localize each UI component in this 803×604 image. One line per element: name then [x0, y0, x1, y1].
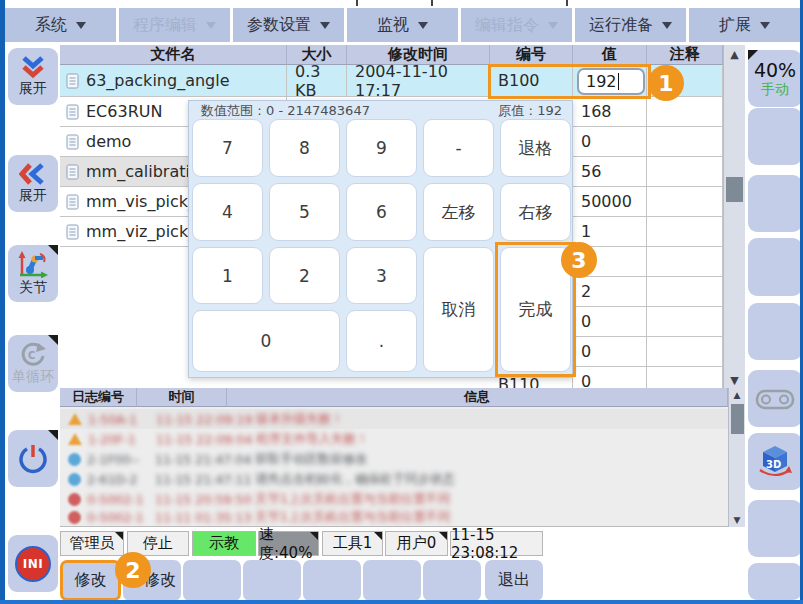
status-tool[interactable]: 工具1: [322, 531, 383, 556]
value-text: 0: [581, 312, 591, 331]
modify-button[interactable]: 修改: [60, 560, 121, 601]
blank-button[interactable]: [243, 560, 301, 601]
log-message: 请先点击初始化，确保处于同步状态: [255, 471, 455, 488]
exit-button[interactable]: 退出: [485, 560, 543, 601]
scrollbar-thumb[interactable]: [731, 404, 744, 434]
blank-button[interactable]: [748, 238, 802, 296]
status-role[interactable]: 管理员: [60, 531, 124, 556]
key-8[interactable]: 8: [269, 119, 340, 177]
menu-system[interactable]: 系统: [5, 8, 116, 42]
corner-mark: [115, 532, 123, 540]
blank-button[interactable]: [423, 560, 481, 601]
cube-3d-icon: 3D: [755, 443, 795, 481]
menu-extend[interactable]: 扩展: [689, 8, 800, 42]
done-button[interactable]: 完成: [500, 247, 571, 372]
scrollbar-thumb[interactable]: [726, 177, 743, 202]
power-button[interactable]: [8, 430, 58, 487]
blank-button[interactable]: [748, 500, 802, 557]
controller-button[interactable]: [748, 370, 802, 427]
step-badge-2: 2: [115, 552, 151, 588]
value-cell[interactable]: 168: [573, 97, 647, 127]
col-header-value-label: 值: [602, 45, 617, 64]
cancel-button[interactable]: 取消: [423, 247, 494, 372]
log-row[interactable]: 1-50A-1 11-15 22:09:19 版本升级失败！: [60, 409, 728, 429]
menubar: 系统 程序编辑 参数设置 监视 编辑指令 运行准备 扩展: [5, 0, 803, 44]
value-cell[interactable]: 0: [573, 307, 647, 337]
log-time: 11-15 22:09:19: [156, 412, 256, 427]
value-cell[interactable]: 2: [573, 277, 647, 307]
key-2[interactable]: 2: [269, 247, 340, 304]
col-header-number: 编号: [490, 45, 573, 65]
file-icon: [66, 134, 79, 150]
value-input[interactable]: 192: [577, 68, 645, 95]
badge-number: 2: [125, 558, 140, 583]
key-label: 0: [261, 331, 272, 351]
log-row[interactable]: 1-20F-1 11-15 22:09:04 程序文件导入失败！: [60, 429, 728, 449]
file-modified-value: 2004-11-10 17:17: [355, 62, 489, 100]
menu-monitor-label: 监视: [377, 15, 409, 36]
blank-button[interactable]: [183, 560, 241, 601]
speed-mode-button[interactable]: 40% 手动: [748, 50, 802, 107]
menu-system-label: 系统: [35, 15, 67, 36]
blank-button[interactable]: [363, 560, 421, 601]
badge-number: 3: [571, 248, 586, 273]
key-move-right[interactable]: 右移: [500, 183, 571, 241]
log-code: 0-5002-1: [87, 492, 155, 507]
blank-button[interactable]: [748, 108, 802, 165]
status-user[interactable]: 用户0: [385, 531, 448, 556]
value-cell[interactable]: 0: [573, 337, 647, 367]
key-0[interactable]: 0: [192, 310, 340, 372]
key-7[interactable]: 7: [192, 119, 263, 177]
value-cell[interactable]: 50000: [573, 187, 647, 217]
joint-mode-button[interactable]: 关节: [8, 245, 58, 302]
key-4[interactable]: 4: [192, 183, 263, 241]
view-3d-button[interactable]: 3D: [748, 433, 802, 490]
key-move-left[interactable]: 左移: [423, 183, 494, 241]
info-icon: [68, 473, 81, 486]
scroll-up-icon[interactable]: ▲: [724, 48, 745, 61]
key-6[interactable]: 6: [346, 183, 417, 241]
value-cell[interactable]: 0: [573, 367, 647, 390]
ini-button[interactable]: INI: [8, 535, 58, 592]
expand-left-button[interactable]: 展开: [8, 155, 58, 212]
table-scrollbar[interactable]: ▲ ▼: [723, 45, 745, 390]
value-cell[interactable]: 56: [573, 157, 647, 187]
log-row[interactable]: 2-1F00-- 11-15 21:47:04 获取手动区数据修改: [60, 449, 728, 469]
key-1[interactable]: 1: [192, 247, 263, 304]
col-header-comment-label: 注释: [670, 45, 700, 64]
log-row[interactable]: 0-5002-1 11-15 20:59:50 关节1上次关机位置与当前位置不同: [60, 489, 728, 509]
variable-number-cell[interactable]: B100: [490, 65, 573, 97]
scroll-down-icon[interactable]: ▼: [724, 374, 745, 387]
value-text: 56: [581, 162, 601, 181]
double-chevron-down-icon: [18, 55, 48, 79]
key-5[interactable]: 5: [269, 183, 340, 241]
blank-button[interactable]: [748, 175, 802, 232]
blank-button[interactable]: [303, 560, 361, 601]
value-cell[interactable]: 0: [573, 127, 647, 157]
top-strip: [228, 0, 580, 8]
scroll-down-icon[interactable]: ▼: [729, 515, 745, 525]
file-row-selected[interactable]: 63_packing_angle: [60, 65, 287, 97]
menu-monitor[interactable]: 监视: [347, 8, 458, 42]
value-text: 168: [581, 102, 612, 121]
menu-parameter-settings[interactable]: 参数设置: [233, 8, 344, 42]
menu-run-prepare[interactable]: 运行准备: [575, 8, 686, 42]
expand-down-button[interactable]: 展开: [8, 48, 58, 105]
log-time: 11-15 22:09:04: [156, 432, 256, 447]
status-speed[interactable]: 速度:40%: [258, 531, 319, 556]
key-minus[interactable]: -: [423, 119, 494, 177]
corner-mark: [374, 532, 382, 540]
key-9[interactable]: 9: [346, 119, 417, 177]
key-dot[interactable]: .: [346, 310, 417, 372]
scroll-up-icon[interactable]: ▲: [729, 390, 745, 400]
key-backspace[interactable]: 退格: [500, 119, 571, 177]
log-scrollbar[interactable]: ▲ ▼: [728, 388, 745, 527]
blank-button[interactable]: [748, 303, 802, 360]
log-row[interactable]: 2-61D-2 11-15 21:47:11 请先点击初始化，确保处于同步状态: [60, 469, 728, 489]
key-label: 2: [299, 266, 310, 286]
key-3[interactable]: 3: [346, 247, 417, 304]
chevron-down-icon: [548, 22, 558, 29]
log-row[interactable]: 0-5002-1 11-11 01:35:13 关节1上次关机位置与当前位置不同: [60, 507, 728, 527]
key-label: 右移: [519, 201, 553, 224]
corner-mark: [48, 430, 58, 440]
